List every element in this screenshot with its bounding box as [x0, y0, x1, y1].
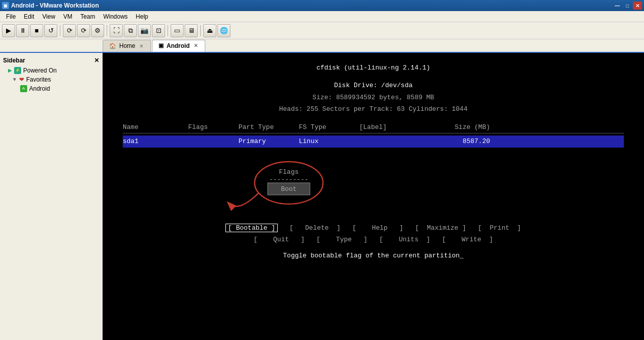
- svg-text:----------: ----------: [269, 176, 308, 183]
- powered-on-icon: ⚡: [14, 67, 21, 74]
- title-bar: ▣ Android - VMware Workstation — □ ✕: [0, 0, 644, 11]
- delete-btn[interactable]: Delete: [301, 224, 337, 232]
- menu-vm[interactable]: VM: [59, 12, 76, 21]
- menu-row-2: [ Quit ] [ Type ] [ Units ] [ Write ]: [123, 235, 624, 245]
- tab-home[interactable]: 🏠 Home ✕: [103, 40, 151, 52]
- sidebar-header: Sidebar ✕: [0, 55, 102, 66]
- tab-bar: 🏠 Home ✕ ▣ Android ✕: [0, 39, 644, 53]
- tab-android-label: Android: [167, 42, 190, 49]
- menu-team[interactable]: Team: [76, 12, 99, 21]
- toolbar-separator-2: [107, 25, 107, 36]
- col-parttype: Part Type: [238, 122, 299, 132]
- toolbar-separator-1: [60, 25, 60, 36]
- terminal-title: cfdisk (util-linux-ng 2.14.1): [123, 63, 624, 73]
- help-btn[interactable]: Help: [364, 224, 399, 232]
- android-label: Android: [29, 85, 50, 92]
- usb-button[interactable]: ⏏: [203, 24, 216, 37]
- title-text: Android - VMware Workstation: [11, 2, 99, 9]
- col-fstype: FS Type: [299, 122, 359, 132]
- svg-text:Flags: Flags: [279, 168, 298, 176]
- partition-parttype: Primary: [238, 137, 299, 147]
- menu-file[interactable]: File: [2, 12, 20, 21]
- reset-button[interactable]: ↺: [44, 24, 57, 37]
- toolbar: ▶ ⏸ ■ ↺ ⟳ ⟳ ⚙ ⛶ ⧉ 📷 ⊡ ▭ 🖥 ⏏ 🌐: [0, 22, 644, 39]
- sidebar-close-button[interactable]: ✕: [94, 57, 99, 64]
- maximize-button[interactable]: □: [623, 2, 632, 10]
- menu-help[interactable]: Help: [132, 12, 152, 21]
- quit-btn[interactable]: Quit: [265, 236, 300, 243]
- partition-row: sda1 Primary Linux 8587.20: [123, 135, 624, 148]
- disk-drive: Disk Drive: /dev/sda: [334, 82, 413, 89]
- col-flags: Flags: [188, 122, 238, 132]
- partition-fstype: Linux: [299, 137, 359, 147]
- capture-button[interactable]: ⊡: [152, 24, 165, 37]
- table-divider: [123, 133, 624, 133]
- status-line: Toggle bootable flag of the current part…: [123, 251, 624, 261]
- col-name: Name: [123, 122, 188, 132]
- sidebar: Sidebar ✕ ▶ ⚡ Powered On ▼ ❤ Favorites A…: [0, 53, 103, 340]
- sidebar-group-favorites: ▼ ❤ Favorites A Android: [0, 75, 102, 93]
- status-text: Toggle bootable flag of the current part…: [283, 252, 464, 259]
- refresh-button[interactable]: ⟳: [63, 24, 76, 37]
- console-button[interactable]: ▭: [171, 24, 184, 37]
- home-icon: 🏠: [109, 43, 116, 49]
- windowed-button[interactable]: ⧉: [124, 24, 137, 37]
- disk-size: Size: 8589934592 bytes, 8589 MB: [312, 94, 434, 101]
- maximize-btn[interactable]: Maximize: [427, 224, 462, 232]
- minimize-button[interactable]: —: [613, 2, 622, 10]
- settings-button[interactable]: ⚙: [91, 24, 104, 37]
- toolbar-separator-3: [168, 25, 168, 36]
- units-btn[interactable]: Units: [391, 236, 426, 243]
- expand-icon: ▼: [12, 77, 17, 82]
- close-button[interactable]: ✕: [633, 2, 642, 10]
- power-button[interactable]: ▶: [2, 24, 15, 37]
- partition-size: 8587.20: [440, 137, 490, 147]
- menu-windows[interactable]: Windows: [99, 12, 132, 21]
- type-btn[interactable]: Type: [328, 236, 363, 243]
- network-button[interactable]: 🌐: [217, 24, 230, 37]
- svg-text:Boot: Boot: [281, 185, 296, 193]
- toolbar-separator-4: [200, 25, 201, 36]
- col-size: Size (MB): [440, 122, 490, 132]
- tab-android-close[interactable]: ✕: [193, 42, 199, 49]
- tab-home-close[interactable]: ✕: [138, 43, 144, 49]
- title-controls: — □ ✕: [613, 2, 642, 10]
- sidebar-item-favorites[interactable]: ▼ ❤ Favorites: [4, 75, 102, 84]
- powered-on-arrow: ▶: [8, 67, 12, 73]
- sidebar-title: Sidebar: [3, 57, 25, 64]
- display-button[interactable]: 🖥: [185, 24, 198, 37]
- screenshot-button[interactable]: 📷: [138, 24, 151, 37]
- print-btn[interactable]: Print: [490, 224, 517, 232]
- heart-icon: ❤: [19, 76, 24, 83]
- menu-view[interactable]: View: [38, 12, 59, 21]
- disk-geometry: Heads: 255 Sectors per Track: 63 Cylinde…: [279, 105, 467, 113]
- stop-button[interactable]: ■: [30, 24, 43, 37]
- tab-android[interactable]: ▣ Android ✕: [152, 40, 205, 52]
- vm-screen[interactable]: cfdisk (util-linux-ng 2.14.1) Disk Drive…: [103, 53, 644, 340]
- favorites-label: Favorites: [26, 76, 51, 83]
- write-btn[interactable]: Write: [454, 236, 489, 243]
- terminal: cfdisk (util-linux-ng 2.14.1) Disk Drive…: [103, 53, 644, 340]
- menu-edit[interactable]: Edit: [20, 12, 38, 21]
- fullscreen-button[interactable]: ⛶: [110, 24, 123, 37]
- menu-row-1: [ Bootable ] [ Delete ] [ Help ] [ Maxim…: [123, 223, 624, 233]
- refresh2-button[interactable]: ⟳: [77, 24, 90, 37]
- sidebar-item-powered-on[interactable]: ▶ ⚡ Powered On: [0, 66, 102, 75]
- android-sidebar-icon: A: [20, 85, 27, 92]
- sidebar-item-android[interactable]: A Android: [4, 84, 102, 93]
- partition-label: [359, 137, 440, 147]
- powered-on-label: Powered On: [23, 67, 57, 74]
- partition-flags: [188, 137, 238, 147]
- col-label: [Label]: [359, 122, 440, 132]
- pause-button[interactable]: ⏸: [16, 24, 29, 37]
- android-tab-icon: ▣: [158, 42, 164, 49]
- app-icon: ▣: [2, 2, 9, 9]
- tab-home-label: Home: [119, 42, 135, 49]
- partition-name: sda1: [123, 137, 188, 147]
- bootable-btn[interactable]: [ Bootable ]: [225, 224, 278, 232]
- annotation-svg: Flags ---------- Boot: [213, 153, 364, 223]
- menu-bar: File Edit View VM Team Windows Help: [0, 11, 644, 22]
